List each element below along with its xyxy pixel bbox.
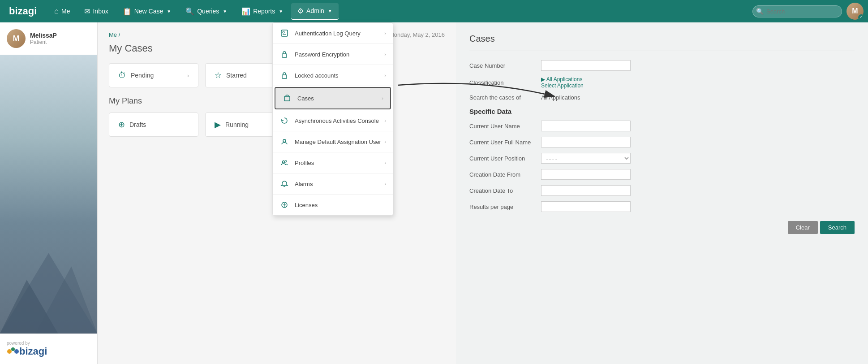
creation-date-to-input[interactable] (541, 185, 631, 196)
svg-point-14 (285, 160, 287, 162)
nav-items: ⌂ Me ✉ Inbox 📋 New Case ▼ 🔍 Queries ▼ 📊 … (48, 3, 752, 20)
queries-icon: 🔍 (185, 7, 194, 16)
case-number-input[interactable] (541, 60, 631, 71)
dropdown-manage-default[interactable]: Manage Default Assignation User › (273, 131, 393, 152)
svg-rect-6 (281, 30, 288, 36)
current-user-name-label: Current User Name (469, 123, 541, 130)
dropdown-profiles[interactable]: Profiles › (273, 152, 393, 173)
results-per-page-input[interactable] (541, 201, 631, 212)
admin-icon: ⚙ (297, 7, 304, 15)
nav-me[interactable]: ⌂ Me (48, 4, 76, 19)
auth-log-label: Authentication Log Query (295, 30, 384, 37)
licenses-icon (279, 200, 289, 210)
svg-point-12 (283, 139, 286, 142)
svg-point-3 (7, 349, 12, 354)
case-number-row: Case Number (469, 60, 855, 71)
alarms-label: Alarms (295, 181, 384, 187)
dropdown-locked-accounts[interactable]: Locked accounts › (273, 65, 393, 86)
auth-log-arrow: › (384, 30, 386, 36)
reports-icon: 📊 (241, 7, 250, 16)
profiles-icon (279, 158, 289, 168)
async-console-arrow: › (384, 118, 386, 123)
results-per-page-row: Results per page (469, 201, 855, 212)
results-per-page-label: Results per page (469, 204, 541, 210)
sidebar: M MelissaP Patient powered by bizagi (0, 22, 98, 364)
right-panel-title: Cases (469, 34, 855, 44)
creation-date-to-row: Creation Date To (469, 185, 855, 196)
locked-accounts-label: Locked accounts (295, 72, 384, 79)
dropdown-async-console[interactable]: Asynchronous Activities Console › (273, 110, 393, 131)
svg-rect-10 (282, 75, 287, 78)
new-case-arrow: ▼ (167, 9, 171, 14)
current-user-name-input[interactable] (541, 121, 631, 131)
svg-point-5 (14, 349, 19, 354)
inbox-icon: ✉ (84, 7, 90, 16)
bizagi-icon (7, 347, 19, 356)
current-user-fullname-input[interactable] (541, 137, 631, 147)
sidebar-user-name: MelissaP (30, 32, 57, 39)
current-user-position-label: Current User Position (469, 155, 541, 162)
cases-label: Cases (297, 95, 382, 102)
auth-log-icon (279, 28, 289, 38)
creation-date-from-input[interactable] (541, 169, 631, 180)
new-case-icon: 📋 (123, 7, 132, 16)
nav-reports[interactable]: 📊 Reports ▼ (235, 4, 289, 19)
pending-card[interactable]: ⏱ Pending › (109, 63, 198, 87)
password-enc-arrow: › (384, 52, 386, 57)
reports-arrow: ▼ (279, 9, 283, 14)
dropdown-alarms[interactable]: Alarms › (273, 173, 393, 195)
mountain-illustration (0, 199, 97, 334)
arrow-pointer (393, 76, 563, 103)
search-input[interactable] (752, 5, 842, 17)
svg-point-13 (283, 161, 285, 163)
my-cases-panel: Me / My Cases Monday, May 2, 2016 ⏱ Pend… (98, 22, 456, 364)
current-user-fullname-row: Current User Full Name (469, 137, 855, 147)
sidebar-user-role: Patient (30, 39, 57, 45)
search-button[interactable]: Search (820, 221, 855, 234)
nav-inbox[interactable]: ✉ Inbox (78, 4, 114, 19)
password-enc-label: Password Encryption (295, 51, 384, 58)
dropdown-licenses[interactable]: Licenses (273, 195, 393, 215)
manage-default-arrow: › (384, 139, 386, 144)
current-user-position-select[interactable]: ........ (541, 153, 631, 164)
locked-accounts-arrow: › (384, 73, 386, 78)
nav-admin[interactable]: ⚙ Admin ▼ (291, 3, 339, 20)
panel-divider (469, 51, 855, 51)
manage-default-label: Manage Default Assignation User (295, 139, 384, 145)
drafts-card[interactable]: ⊕ Drafts (109, 113, 198, 137)
current-user-position-row: Current User Position ........ (469, 153, 855, 164)
nav-queries[interactable]: 🔍 Queries ▼ (179, 4, 233, 19)
right-panel: Cases Case Number Classification ▶ All A… (456, 22, 868, 364)
date-display: Monday, May 2, 2016 (389, 31, 445, 38)
action-buttons: Clear Search (469, 221, 855, 234)
dropdown-cases[interactable]: Cases › (275, 87, 391, 109)
user-avatar[interactable]: M ⚙ (847, 3, 864, 20)
current-user-fullname-label: Current User Full Name (469, 139, 541, 146)
sidebar-avatar: M (7, 29, 26, 48)
settings-badge: ⚙ (858, 14, 864, 20)
running-icon: ▶ (215, 120, 221, 130)
alarms-arrow: › (384, 181, 386, 186)
manage-default-icon (279, 137, 289, 147)
clear-button[interactable]: Clear (788, 221, 818, 234)
top-navigation: bizagi ⌂ Me ✉ Inbox 📋 New Case ▼ 🔍 Queri… (0, 0, 868, 22)
creation-date-from-row: Creation Date From (469, 169, 855, 180)
sidebar-user-info: M MelissaP Patient (0, 22, 97, 55)
nav-new-case[interactable]: 📋 New Case ▼ (116, 4, 178, 19)
home-icon: ⌂ (54, 7, 59, 15)
alarms-icon (279, 179, 289, 189)
password-enc-icon (279, 49, 289, 59)
creation-date-to-label: Creation Date To (469, 187, 541, 194)
starred-icon: ☆ (215, 70, 222, 80)
sidebar-background (0, 55, 97, 334)
svg-point-4 (11, 347, 15, 351)
pending-arrow: › (187, 72, 189, 79)
drafts-label: Drafts (129, 121, 146, 128)
pending-icon: ⏱ (118, 71, 126, 80)
cases-arrow: › (382, 95, 383, 101)
dropdown-auth-log[interactable]: Authentication Log Query › (273, 23, 393, 44)
licenses-label: Licenses (295, 202, 386, 208)
powered-by-logo: powered by bizagi (7, 341, 90, 357)
dropdown-password-enc[interactable]: Password Encryption › (273, 44, 393, 65)
creation-date-from-label: Creation Date From (469, 171, 541, 178)
